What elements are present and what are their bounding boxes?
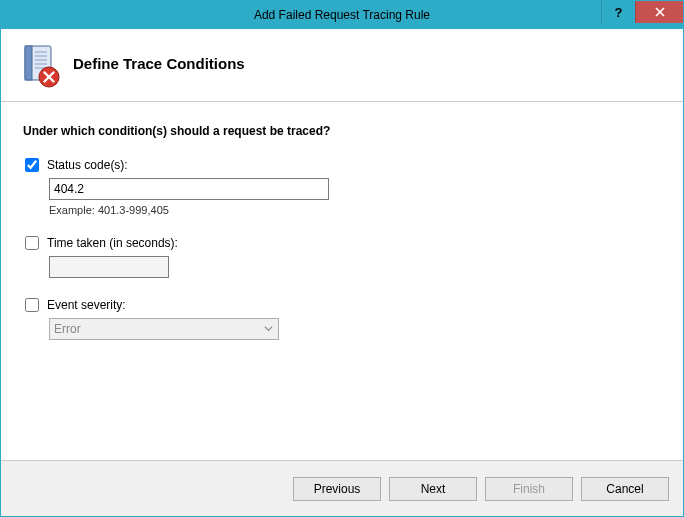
wizard-icon: [19, 43, 59, 83]
wizard-header: Define Trace Conditions: [1, 29, 683, 102]
time-group: Time taken (in seconds):: [23, 236, 661, 278]
titlebar: Add Failed Request Tracing Rule ?: [1, 1, 683, 29]
severity-select-wrap: [49, 318, 279, 340]
close-button[interactable]: [635, 1, 683, 23]
status-group: Status code(s): Example: 401.3-999,405: [23, 158, 661, 216]
close-icon: [655, 5, 665, 20]
finish-button[interactable]: Finish: [485, 477, 573, 501]
content-question: Under which condition(s) should a reques…: [23, 124, 661, 138]
dialog-window: Add Failed Request Tracing Rule ?: [0, 0, 684, 517]
window-title: Add Failed Request Tracing Rule: [1, 8, 683, 22]
severity-group: Event severity:: [23, 298, 661, 340]
time-checkbox[interactable]: [25, 236, 39, 250]
content-area: Under which condition(s) should a reques…: [1, 102, 683, 460]
previous-button[interactable]: Previous: [293, 477, 381, 501]
svg-rect-3: [25, 46, 32, 80]
cancel-button[interactable]: Cancel: [581, 477, 669, 501]
status-label: Status code(s):: [47, 158, 128, 172]
next-button[interactable]: Next: [389, 477, 477, 501]
status-hint: Example: 401.3-999,405: [49, 204, 661, 216]
time-label: Time taken (in seconds):: [47, 236, 178, 250]
help-button[interactable]: ?: [601, 1, 635, 23]
status-checkbox[interactable]: [25, 158, 39, 172]
wizard-title: Define Trace Conditions: [73, 55, 245, 72]
time-input[interactable]: [49, 256, 169, 278]
wizard-footer: Previous Next Finish Cancel: [1, 460, 683, 516]
severity-select[interactable]: [49, 318, 279, 340]
titlebar-buttons: ?: [601, 1, 683, 29]
severity-label: Event severity:: [47, 298, 126, 312]
severity-checkbox[interactable]: [25, 298, 39, 312]
status-input[interactable]: [49, 178, 329, 200]
